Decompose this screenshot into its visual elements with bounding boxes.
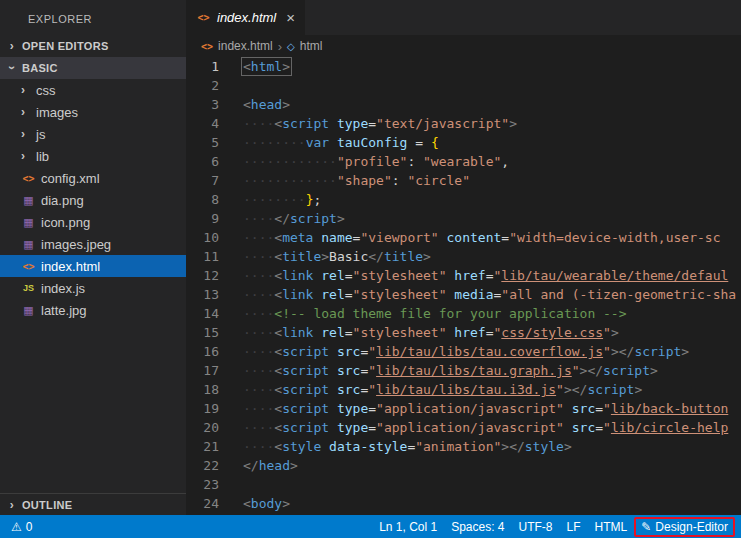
- code-token: >: [282, 496, 290, 511]
- code-token: <: [274, 363, 282, 378]
- code-line-10[interactable]: 10····<meta name="viewport" content="wid…: [186, 228, 741, 247]
- code-token: rel: [313, 325, 344, 340]
- code-line-20[interactable]: 20····<script type="application/javascri…: [186, 418, 741, 437]
- breadcrumb-file[interactable]: index.html: [218, 39, 273, 53]
- code-token: script: [282, 420, 329, 435]
- code-token: >: [282, 59, 290, 74]
- code-editor[interactable]: 1<html>23<head>4····<script type="text/j…: [186, 57, 741, 515]
- code-token: </: [587, 363, 603, 378]
- cursor-position[interactable]: Ln 1, Col 1: [372, 515, 444, 538]
- line-number: 5: [186, 133, 219, 152]
- code-line-2[interactable]: 2: [186, 76, 741, 95]
- code-line-17[interactable]: 17····<script src="lib/tau/libs/tau.grap…: [186, 361, 741, 380]
- code-line-22[interactable]: 22</head>: [186, 456, 741, 475]
- code-token: "animation": [415, 439, 501, 454]
- code-token: lib/tau/wearable/theme/defaul: [501, 268, 728, 283]
- code-line-21[interactable]: 21····<style data-style="animation"></st…: [186, 437, 741, 456]
- code-token: "stylesheet": [353, 325, 447, 340]
- file-item-icon.png[interactable]: ▦icon.png: [0, 211, 186, 233]
- code-token: <: [274, 439, 282, 454]
- line-number: 16: [186, 342, 219, 361]
- whitespace-dots: ····: [243, 287, 274, 302]
- code-token: data-style: [321, 439, 407, 454]
- language-mode[interactable]: HTML: [588, 515, 635, 538]
- code-line-7[interactable]: 7············"shape": "circle": [186, 171, 741, 190]
- file-item-images.jpeg[interactable]: ▦images.jpeg: [0, 233, 186, 255]
- code-token: >: [501, 439, 509, 454]
- line-number: 22: [186, 456, 219, 475]
- tab-index-html[interactable]: <> index.html ×: [186, 0, 306, 35]
- code-line-16[interactable]: 16····<script src="lib/tau/libs/tau.cove…: [186, 342, 741, 361]
- code-token: title: [384, 249, 423, 264]
- breadcrumb-symbol[interactable]: html: [300, 39, 323, 53]
- code-token: "stylesheet": [353, 268, 447, 283]
- image-file-icon: ▦: [21, 304, 36, 317]
- line-number: 11: [186, 247, 219, 266]
- code-line-12[interactable]: 12····<link rel="stylesheet" href="lib/t…: [186, 266, 741, 285]
- whitespace-dots: ····: [243, 116, 274, 131]
- code-token: html: [251, 59, 282, 74]
- code-token: lib/circle-help: [611, 420, 728, 435]
- code-token: >: [282, 97, 290, 112]
- close-icon[interactable]: ×: [286, 9, 295, 26]
- code-line-14[interactable]: 14····<!-- load theme file for your appl…: [186, 304, 741, 323]
- eol-setting[interactable]: LF: [560, 515, 588, 538]
- code-line-13[interactable]: 13····<link rel="stylesheet" media="all …: [186, 285, 741, 304]
- line-content: ············"profile": "wearable",: [219, 152, 741, 171]
- code-token: "text/javascript": [376, 116, 509, 131]
- chevron-right-icon: ›: [278, 39, 282, 54]
- code-line-6[interactable]: 6············"profile": "wearable",: [186, 152, 741, 171]
- encoding-setting[interactable]: UTF-8: [512, 515, 560, 538]
- code-line-9[interactable]: 9····</script>: [186, 209, 741, 228]
- file-item-latte.jpg[interactable]: ▦latte.jpg: [0, 299, 186, 321]
- code-line-1[interactable]: 1<html>: [186, 57, 741, 76]
- code-token: ": [603, 344, 611, 359]
- code-line-24[interactable]: 24<body>: [186, 494, 741, 513]
- code-line-4[interactable]: 4····<script type="text/javascript">: [186, 114, 741, 133]
- code-token: ": [368, 344, 376, 359]
- chevron-down-icon: ›: [5, 60, 19, 76]
- file-name: index.html: [41, 259, 100, 274]
- indentation-setting[interactable]: Spaces: 4: [444, 515, 511, 538]
- file-item-lib[interactable]: ›lib: [0, 145, 186, 167]
- code-line-23[interactable]: 23: [186, 475, 741, 494]
- code-token: "shape": [337, 173, 392, 188]
- code-token: tauConfig: [329, 135, 407, 150]
- code-token: >: [564, 382, 572, 397]
- line-number: 14: [186, 304, 219, 323]
- code-line-5[interactable]: 5········var tauConfig = {: [186, 133, 741, 152]
- code-line-15[interactable]: 15····<link rel="stylesheet" href="css/s…: [186, 323, 741, 342]
- file-item-css[interactable]: ›css: [0, 79, 186, 101]
- design-editor-button[interactable]: ✎ Design-Editor: [634, 517, 735, 537]
- code-token: href: [447, 325, 486, 340]
- file-item-index.js[interactable]: JSindex.js: [0, 277, 186, 299]
- section-basic[interactable]: › BASIC: [0, 57, 186, 79]
- whitespace-dots: ····: [243, 439, 274, 454]
- code-token: ": [572, 363, 580, 378]
- pencil-icon: ✎: [641, 520, 651, 534]
- file-item-js[interactable]: ›js: [0, 123, 186, 145]
- file-item-dia.png[interactable]: ▦dia.png: [0, 189, 186, 211]
- code-line-18[interactable]: 18····<script src="lib/tau/libs/tau.i3d.…: [186, 380, 741, 399]
- file-name: latte.jpg: [41, 303, 87, 318]
- file-item-index.html[interactable]: <>index.html: [0, 255, 186, 277]
- problems-indicator[interactable]: ⚠ 0: [4, 515, 39, 538]
- code-line-3[interactable]: 3<head>: [186, 95, 741, 114]
- code-token: style: [282, 439, 321, 454]
- file-name: lib: [36, 149, 49, 164]
- code-token: script: [282, 363, 329, 378]
- section-open-editors[interactable]: › OPEN EDITORS: [0, 35, 186, 57]
- chevron-right-icon: ›: [15, 149, 31, 163]
- code-token: <: [274, 401, 282, 416]
- code-line-11[interactable]: 11····<title>Basic</title>: [186, 247, 741, 266]
- section-outline[interactable]: › OUTLINE: [0, 493, 186, 515]
- code-line-19[interactable]: 19····<script type="application/javascri…: [186, 399, 741, 418]
- file-item-images[interactable]: ›images: [0, 101, 186, 123]
- code-token: </: [572, 382, 588, 397]
- code-token: ": [368, 363, 376, 378]
- code-line-8[interactable]: 8········};: [186, 190, 741, 209]
- sidebar-empty-area: [0, 321, 186, 493]
- line-content: ····<link rel="stylesheet" media="all an…: [219, 285, 741, 304]
- file-item-config.xml[interactable]: <>config.xml: [0, 167, 186, 189]
- code-token: =: [595, 420, 603, 435]
